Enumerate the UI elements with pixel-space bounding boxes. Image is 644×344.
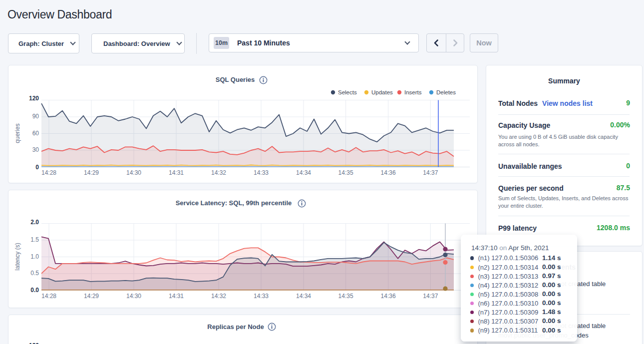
svg-text:Service Latency: SQL, 99th per: Service Latency: SQL, 99th percentile [176,199,292,207]
svg-text:Inserts: Inserts [404,89,422,95]
svg-text:1.5: 1.5 [30,236,39,243]
svg-text:14:30: 14:30 [126,169,141,176]
svg-text:0: 0 [35,164,39,171]
svg-text:Deletes: Deletes [436,89,456,95]
svg-text:14:32: 14:32 [211,293,226,300]
svg-text:90: 90 [32,113,39,120]
svg-text:14:35: 14:35 [338,293,353,300]
svg-text:14:33: 14:33 [254,293,269,300]
svg-text:2.0: 2.0 [30,219,39,226]
svg-text:14:34: 14:34 [296,293,311,300]
svg-text:14:28: 14:28 [41,169,56,176]
svg-text:14:31: 14:31 [169,169,184,176]
svg-text:14:29: 14:29 [84,169,99,176]
svg-text:0.5: 0.5 [30,270,39,277]
svg-text:14:37: 14:37 [423,293,438,300]
svg-text:Selects: Selects [338,89,357,95]
svg-text:14:36: 14:36 [381,169,396,176]
svg-text:14:30: 14:30 [126,293,141,300]
svg-text:0.0: 0.0 [30,287,39,294]
svg-text:1.0: 1.0 [30,253,39,260]
svg-text:14:32: 14:32 [211,169,226,176]
svg-text:120: 120 [29,95,39,102]
svg-text:queries: queries [14,123,21,143]
svg-text:14:29: 14:29 [84,293,99,300]
svg-text:14:28: 14:28 [41,293,56,300]
svg-text:14:37: 14:37 [423,169,438,176]
svg-text:14:34: 14:34 [296,169,311,176]
svg-text:14:33: 14:33 [254,169,269,176]
svg-text:14:36: 14:36 [381,293,396,300]
svg-text:30: 30 [32,146,39,153]
svg-text:SQL Queries: SQL Queries [216,76,255,83]
svg-text:Updates: Updates [371,89,393,95]
svg-text:120: 120 [29,342,39,344]
svg-text:60: 60 [32,130,39,137]
svg-text:latency (s): latency (s) [14,243,21,270]
svg-text:14:31: 14:31 [169,293,184,300]
svg-text:14:35: 14:35 [338,169,353,176]
svg-text:Replicas per Node: Replicas per Node [207,323,264,331]
